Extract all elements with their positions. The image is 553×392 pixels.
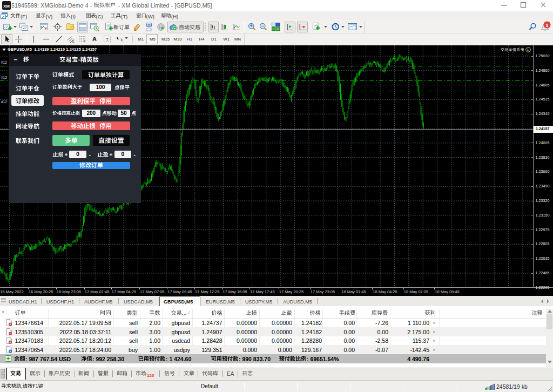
svg-text:XM: XM <box>3 4 10 9</box>
svg-text:+: + <box>250 23 253 29</box>
svg-text:T: T <box>106 37 109 42</box>
svg-text:1: 1 <box>545 22 549 28</box>
svg-text:F: F <box>84 40 86 43</box>
svg-text:−: − <box>261 23 264 29</box>
svg-text:E: E <box>72 40 75 43</box>
